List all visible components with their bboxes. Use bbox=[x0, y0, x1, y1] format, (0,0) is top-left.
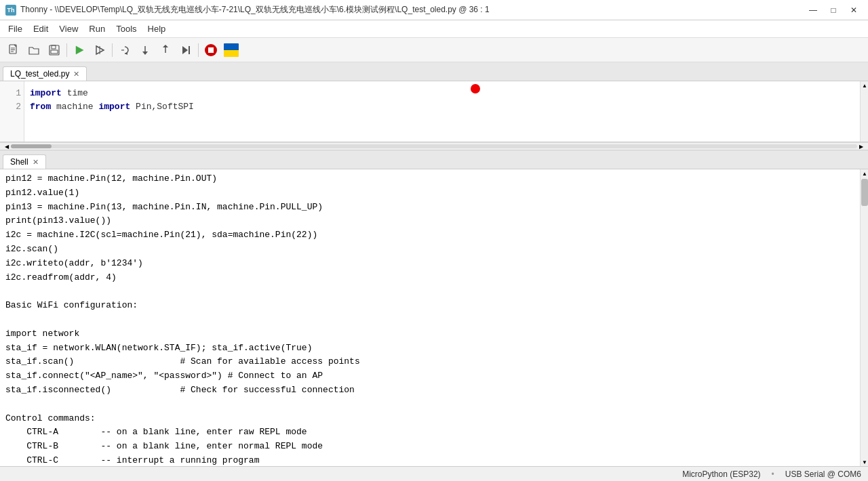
shell-output[interactable]: pin12 = machine.Pin(12, machine.Pin.OUT)… bbox=[0, 169, 860, 466]
menu-help[interactable]: Help bbox=[142, 22, 172, 35]
shell-line: Control commands: bbox=[5, 412, 854, 426]
shell-scrollbar-thumb[interactable] bbox=[861, 179, 868, 206]
shell-line-empty bbox=[5, 313, 854, 327]
shell-line: i2c.scan() bbox=[5, 243, 854, 257]
shell-tab-label: Shell bbox=[10, 157, 28, 167]
svg-marker-10 bbox=[125, 52, 127, 55]
tab-filename: LQ_test_oled.py bbox=[10, 69, 69, 79]
editor-vertical-scrollbar[interactable]: ▲ bbox=[860, 81, 868, 142]
shell-scroll-up-arrow[interactable]: ▲ bbox=[861, 169, 868, 177]
svg-rect-19 bbox=[208, 47, 214, 53]
keyword: import bbox=[30, 88, 62, 98]
shell-line: CTRL-B -- on a blank line, enter normal … bbox=[5, 440, 854, 454]
code-line-1: import time bbox=[30, 87, 854, 100]
interpreter-status: MicroPython (ESP32) bbox=[682, 469, 760, 479]
svg-rect-5 bbox=[52, 45, 56, 49]
step-out-button[interactable] bbox=[156, 41, 175, 60]
shell-tab[interactable]: Shell ✕ bbox=[3, 154, 46, 169]
stop-button[interactable] bbox=[201, 41, 220, 60]
shell-line: import network bbox=[5, 327, 854, 341]
shell-line: pin12.value(1) bbox=[5, 186, 854, 201]
tab-close-icon[interactable]: ✕ bbox=[73, 70, 79, 78]
svg-marker-13 bbox=[142, 51, 148, 55]
svg-rect-17 bbox=[189, 46, 190, 54]
shell-line: i2c.writeto(addr, b'1234') bbox=[5, 257, 854, 271]
menu-run[interactable]: Run bbox=[83, 22, 111, 35]
toolbar-separator-2 bbox=[112, 43, 113, 57]
shell-line: sta_if.scan() # Scan for available acces… bbox=[5, 355, 854, 369]
status-separator: • bbox=[772, 469, 774, 479]
menu-edit[interactable]: Edit bbox=[28, 22, 54, 35]
step-over-button[interactable] bbox=[115, 41, 134, 60]
open-file-button[interactable] bbox=[24, 41, 43, 60]
code-line-2: from machine import Pin,SoftSPI bbox=[30, 100, 854, 114]
red-indicator-dot bbox=[471, 84, 480, 93]
shell-line: sta_if.isconnected() # Check for success… bbox=[5, 383, 854, 398]
menu-bar: File Edit View Run Tools Help bbox=[0, 20, 868, 38]
minimize-button[interactable]: — bbox=[804, 3, 822, 17]
shell-line: pin12 = machine.Pin(12, machine.Pin.OUT) bbox=[5, 172, 854, 186]
title-bar: Th Thonny - \\DEVELOP\Temp\LQ_双轨无线充电巡线小车… bbox=[0, 0, 868, 20]
shell-vertical-scrollbar[interactable]: ▲ ▼ bbox=[860, 169, 868, 466]
status-bar: MicroPython (ESP32) • USB Serial @ COM6 bbox=[0, 466, 868, 481]
shell-line: pin13 = machine.Pin(13, machine.Pin.IN, … bbox=[5, 201, 854, 215]
shell-line: sta_if.connect("<AP_name>", "<password>"… bbox=[5, 369, 854, 383]
keyword: from bbox=[30, 102, 51, 112]
shell-line: CTRL-C -- interrupt a running program bbox=[5, 454, 854, 466]
close-button[interactable]: ✕ bbox=[845, 3, 863, 17]
svg-rect-6 bbox=[51, 50, 58, 54]
run-button[interactable] bbox=[70, 41, 89, 60]
shell-line: CTRL-A -- on a blank line, enter raw REP… bbox=[5, 425, 854, 440]
window-controls: — □ ✕ bbox=[804, 3, 863, 17]
port-status: USB Serial @ COM6 bbox=[785, 469, 861, 479]
hscroll-track bbox=[11, 144, 857, 148]
shell-line: i2c = machine.I2C(scl=machine.Pin(21), s… bbox=[5, 228, 854, 243]
editor-horizontal-scrollbar[interactable]: ◀ ▶ bbox=[0, 142, 868, 150]
shell-content: pin12 = machine.Pin(12, machine.Pin.OUT)… bbox=[0, 169, 868, 466]
identifier: machine bbox=[56, 102, 94, 112]
scroll-up-arrow[interactable]: ▲ bbox=[861, 81, 868, 89]
maximize-button[interactable]: □ bbox=[825, 3, 842, 17]
shell-line: Basic WiFi configuration: bbox=[5, 299, 854, 313]
shell-line: print(pin13.value()) bbox=[5, 214, 854, 228]
debug-button[interactable] bbox=[90, 41, 109, 60]
toolbar-separator-3 bbox=[198, 43, 199, 57]
save-file-button[interactable] bbox=[45, 41, 64, 60]
identifier: Pin,SoftSPI bbox=[136, 102, 194, 112]
hscroll-left-arrow[interactable]: ◀ bbox=[3, 142, 11, 150]
shell-scroll-down-arrow[interactable]: ▼ bbox=[861, 458, 868, 466]
keyword: import bbox=[98, 102, 130, 112]
shell-line: i2c.readfrom(addr, 4) bbox=[5, 271, 854, 285]
toolbar bbox=[0, 38, 868, 62]
app-icon: Th bbox=[5, 5, 16, 16]
menu-tools[interactable]: Tools bbox=[111, 22, 142, 35]
identifier: time bbox=[67, 88, 88, 98]
hscroll-thumb[interactable] bbox=[11, 144, 52, 148]
editor-tab-bar: LQ_test_oled.py ✕ bbox=[0, 62, 868, 81]
new-file-button[interactable] bbox=[4, 41, 23, 60]
toolbar-separator-1 bbox=[66, 43, 67, 57]
svg-marker-14 bbox=[163, 45, 168, 47]
ukraine-flag-button[interactable] bbox=[222, 41, 241, 60]
line-number: 2 bbox=[5, 100, 21, 114]
line-numbers: 1 2 bbox=[0, 81, 24, 142]
editor-content[interactable]: import time from machine import Pin,Soft… bbox=[24, 81, 860, 142]
ukraine-flag bbox=[224, 43, 239, 57]
shell-line-empty bbox=[5, 285, 854, 299]
window-title: Thonny - \\DEVELOP\Temp\LQ_双轨无线充电巡线小车-7-… bbox=[20, 4, 490, 16]
shell-line-empty bbox=[5, 398, 854, 412]
step-into-button[interactable] bbox=[136, 41, 155, 60]
shell-tab-bar: Shell ✕ bbox=[0, 150, 868, 169]
shell-container: Shell ✕ pin12 = machine.Pin(12, machine.… bbox=[0, 150, 868, 466]
editor-area: 1 2 import time from machine import Pin,… bbox=[0, 81, 868, 142]
svg-marker-16 bbox=[182, 46, 188, 54]
hscroll-right-arrow[interactable]: ▶ bbox=[857, 142, 865, 150]
svg-marker-7 bbox=[76, 46, 83, 54]
menu-view[interactable]: View bbox=[54, 22, 83, 35]
shell-tab-close-icon[interactable]: ✕ bbox=[33, 159, 39, 166]
line-number: 1 bbox=[5, 87, 21, 100]
shell-line: sta_if = network.WLAN(network.STA_IF); s… bbox=[5, 341, 854, 356]
resume-button[interactable] bbox=[176, 41, 195, 60]
menu-file[interactable]: File bbox=[3, 22, 28, 35]
editor-tab-file[interactable]: LQ_test_oled.py ✕ bbox=[3, 66, 87, 81]
